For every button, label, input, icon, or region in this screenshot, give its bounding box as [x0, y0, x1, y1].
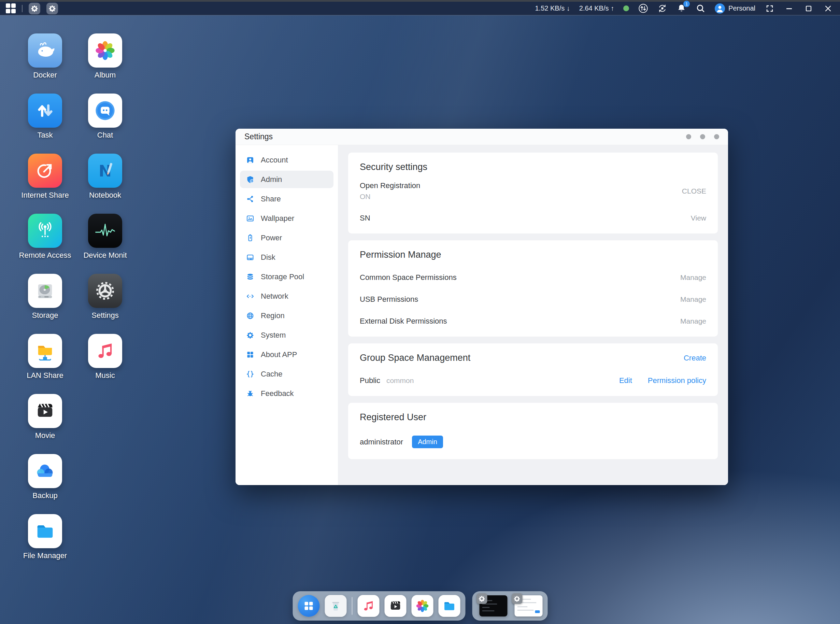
row-label: External Disk Permissions [360, 317, 447, 326]
dock-movie-icon[interactable] [384, 595, 406, 617]
desktop-icon-label: Docker [33, 71, 57, 80]
minimize-icon [785, 5, 793, 12]
window-title: Settings [244, 132, 273, 141]
disk-icon [246, 253, 254, 261]
lan-share-folder-icon [28, 334, 62, 368]
dock-album-icon[interactable] [411, 595, 433, 617]
desktop-icon-remote-access[interactable]: Remote Access [15, 214, 75, 274]
sidebar-item-admin[interactable]: Admin [240, 171, 334, 188]
settings-window: Settings Account Admin Share [236, 129, 728, 485]
window-control-dot-2[interactable] [700, 134, 705, 139]
cache-braces-icon [246, 370, 254, 378]
desktop-icon-storage[interactable]: Storage [15, 274, 75, 334]
transfer-arrows-icon[interactable] [638, 3, 648, 13]
backup-cloud-icon [28, 454, 62, 488]
desktop-icon-label: Settings [91, 311, 119, 320]
music-note-icon [88, 334, 122, 368]
manage-action[interactable]: Manage [680, 273, 706, 282]
sidebar-item-label: Share [261, 195, 281, 204]
desktop-icon-movie[interactable]: Movie [15, 394, 75, 454]
dock-music-icon[interactable] [357, 595, 379, 617]
search-icon[interactable] [696, 3, 706, 13]
username: administrator [360, 438, 403, 446]
manage-action[interactable]: Manage [680, 317, 706, 325]
sidebar-item-disk[interactable]: Disk [240, 249, 334, 266]
sidebar-item-label: Admin [261, 175, 282, 184]
desktop-icon-file-manager[interactable]: File Manager [15, 514, 75, 574]
desktop-icon-label: Task [37, 131, 52, 140]
desktop-icon-label: File Manager [23, 551, 67, 560]
card-title: Registered User [360, 412, 706, 423]
view-action[interactable]: View [691, 214, 706, 222]
desktop-icon-album[interactable]: Album [75, 34, 135, 94]
sidebar-item-share[interactable]: Share [240, 190, 334, 207]
desktop-icon-device-monit[interactable]: Device Monit [75, 214, 135, 274]
minimize-button[interactable] [784, 3, 794, 14]
sidebar-item-region[interactable]: Region [240, 307, 334, 324]
app-grid-icon[interactable] [5, 3, 16, 14]
desktop-icon-label: Storage [32, 311, 58, 320]
sidebar-item-system[interactable]: System [240, 326, 334, 344]
desktop-icon-notebook[interactable]: Notebook [75, 154, 135, 214]
settings-window-titlebar[interactable]: Settings [236, 129, 728, 145]
storage-pool-icon [246, 273, 254, 281]
desktop-icon-backup[interactable]: Backup [15, 454, 75, 514]
sidebar-item-network[interactable]: Network [240, 287, 334, 305]
row-label: SN [360, 214, 371, 222]
sidebar-item-wallpaper[interactable]: Wallpaper [240, 210, 334, 227]
group-name: Public [360, 376, 380, 385]
desktop-icon-internet-share[interactable]: Internet Share [15, 154, 75, 214]
row-value: ON [360, 193, 420, 201]
fullscreen-button[interactable] [764, 3, 775, 14]
notifications-button[interactable]: 1 [676, 3, 686, 13]
card-title: Group Space Management [360, 353, 470, 363]
desktop-icon-chat[interactable]: Chat [75, 94, 135, 154]
row-label: Common Space Permissions [360, 273, 457, 282]
gear-icon [48, 5, 56, 12]
close-button[interactable] [823, 3, 833, 14]
settings-window-thumbnail[interactable] [514, 595, 542, 616]
green-status-dot [623, 5, 629, 11]
settings-sidebar: Account Admin Share Wallpaper Power [236, 145, 338, 485]
window-control-dot-3[interactable] [714, 134, 719, 139]
desktop-icon-docker[interactable]: Docker [15, 34, 75, 94]
desktop-icon-settings[interactable]: Settings [75, 274, 135, 334]
network-upload-speed: 2.64 KB/s ↑ [579, 5, 614, 12]
card-title: Security settings [360, 162, 706, 172]
running-app-settings-1[interactable] [29, 3, 40, 14]
sidebar-item-label: Cache [261, 370, 283, 378]
dock-file-manager-icon[interactable] [438, 595, 460, 617]
sidebar-item-about-app[interactable]: About APP [240, 346, 334, 363]
create-button[interactable]: Create [684, 354, 706, 363]
running-app-settings-2[interactable] [46, 3, 58, 14]
app-launcher-icon[interactable] [298, 595, 320, 617]
sidebar-item-label: Network [261, 292, 289, 301]
desktop-icon-label: Internet Share [21, 191, 69, 200]
close-action[interactable]: CLOSE [682, 187, 706, 195]
registered-user-card: Registered User administrator Admin [348, 403, 718, 459]
terminal-window-thumbnail[interactable] [479, 595, 507, 616]
sidebar-item-power[interactable]: Power [240, 229, 334, 246]
settings-content: Security settings Open Registration ON C… [338, 145, 728, 485]
sidebar-item-cache[interactable]: Cache [240, 365, 334, 383]
maximize-button[interactable] [803, 3, 814, 14]
sidebar-item-feedback[interactable]: Feedback [240, 385, 334, 402]
sidebar-item-account[interactable]: Account [240, 151, 334, 168]
sync-icon[interactable] [658, 3, 667, 13]
recycle-bin-icon[interactable] [324, 595, 346, 617]
desktop-icon-label: LAN Share [26, 371, 63, 380]
window-control-dot-1[interactable] [686, 134, 691, 139]
notebook-icon [88, 154, 122, 188]
power-battery-icon [246, 234, 254, 242]
user-menu[interactable]: Personal [715, 3, 755, 14]
desktop-icon-lan-share[interactable]: LAN Share [15, 334, 75, 394]
sidebar-item-storage-pool[interactable]: Storage Pool [240, 268, 334, 286]
dock [292, 591, 548, 621]
permission-policy-button[interactable]: Permission policy [648, 376, 706, 385]
desktop-icon-music[interactable]: Music [75, 334, 135, 394]
desktop-icon-task[interactable]: Task [15, 94, 75, 154]
edit-button[interactable]: Edit [619, 376, 632, 385]
sidebar-item-label: Feedback [261, 389, 294, 398]
sidebar-item-label: Power [261, 233, 282, 242]
manage-action[interactable]: Manage [680, 295, 706, 303]
